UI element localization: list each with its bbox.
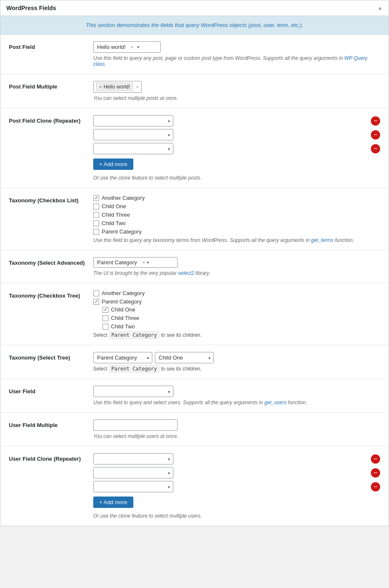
tree-cb-child-one[interactable] [103,307,108,313]
user-clone-row-2: ▾ − [93,467,380,478]
panel-collapse-arrow[interactable]: ▲ [378,5,383,11]
post-field-clear[interactable]: × [131,44,134,50]
clone-select-2[interactable] [93,129,173,140]
post-field-clone-content: ▾ − ▾ − [93,115,380,181]
taxonomy-select2-arrow: ▾ [147,260,149,265]
checkbox-child-one[interactable] [93,204,99,209]
clone-select-3[interactable] [93,143,173,154]
user-field-select[interactable] [93,386,173,397]
user-field-multiple-description: You can select multiple users at once. [93,433,380,439]
clone-row-2: ▾ − [93,129,380,140]
post-field-multiple-tag: × Hello world! [96,83,133,91]
wp-query-link[interactable]: WP Query class [93,55,367,67]
tree-cb-parent-category[interactable] [93,299,99,305]
post-field-select-wrap: Hello world! × ▾ [93,41,161,53]
clone-remove-btn-2[interactable]: − [371,130,380,140]
tree-children: Child One Child Three Child Two [103,306,380,330]
taxonomy-select2-field[interactable]: Parent Category × ▾ [93,257,178,268]
post-field-clone-label: Post Field Clone (Repeater) [9,115,93,124]
tree-child-row-2: Child Three [103,315,380,321]
clone-rows-wrapper: ▾ − ▾ − [93,115,380,157]
tree-select-row: Parent Category ▾ Child One ▾ [93,352,380,363]
list-item: Child Two [93,220,380,226]
taxonomy-checkbox-row: Taxonomy (Checkbox List) Another Categor… [0,188,389,250]
tree-note: Select Parent Category to see its childr… [93,332,380,338]
post-field-multiple-input[interactable]: × Hello world! × [93,81,142,93]
get-users-link[interactable]: get_users [265,400,287,405]
checkbox-another-category[interactable] [93,195,99,201]
tree-child-row-1: Child One [103,306,380,313]
tree-cb-child-three[interactable] [103,315,108,321]
checkbox-parent-category[interactable] [93,229,99,235]
clone-row-3: ▾ − [93,143,380,154]
taxonomy-checkbox-content: Another Category Child One Child Three C… [93,195,380,243]
user-clone-select-wrap-3: ▾ [93,481,173,492]
user-field-clone-row: User Field Clone (Repeater) ▾ − [0,446,389,526]
clone-remove-btn-1[interactable]: − [371,116,380,126]
user-field-select-wrap: ▾ [93,386,173,397]
user-clone-select-1[interactable] [93,453,173,464]
taxonomy-select-advanced-description: The UI is brought by the very popular se… [93,270,380,276]
taxonomy-select-advanced-label: Taxonomy (Select Advanced) [9,257,93,266]
info-banner: This section demonstrates the fields tha… [0,16,389,35]
user-field-content: ▾ Use this field to query and select use… [93,386,380,405]
user-clone-select-2[interactable] [93,467,173,478]
info-banner-text: This section demonstrates the fields tha… [86,22,303,28]
user-clone-select-3[interactable] [93,481,173,492]
user-field-multiple-row: User Field Multiple You can select multi… [0,413,389,446]
user-clone-remove-btn-1[interactable]: − [371,454,380,464]
user-clone-rows-wrapper: ▾ − ▾ − [93,453,380,495]
user-clone-select-wrap-1: ▾ [93,453,173,464]
taxonomy-select-tree-label: Taxonomy (Select Tree) [9,352,93,361]
user-field-clone-label: User Field Clone (Repeater) [9,453,93,462]
user-clone-select-wrap-2: ▾ [93,467,173,478]
post-field-arrow: ▾ [137,45,139,49]
taxonomy-select2-clear[interactable]: × [142,259,146,266]
clone-select-1[interactable] [93,115,173,126]
tree-item-another-category: Another Category [93,290,380,296]
user-clone-remove-btn-3[interactable]: − [371,482,380,491]
get-terms-link[interactable]: get_terms [311,237,333,243]
taxonomy-checkbox-tree-row: Taxonomy (Checkbox Tree) Another Categor… [0,283,389,345]
user-field-clone-description: Or use the clone feature to select multi… [93,513,380,519]
post-field-select[interactable]: Hello world! × ▾ [93,41,161,53]
tree-item-row: Parent Category [93,298,380,305]
tree-child-label: Child One [111,306,135,313]
user-field-row: User Field ▾ Use this field to query and… [0,379,389,413]
taxonomy-checkbox-tree-content: Another Category Parent Category Child O… [93,290,380,338]
post-field-content: Hello world! × ▾ Use this field to query… [93,41,380,67]
taxonomy-checkbox-list: Another Category Child One Child Three C… [93,195,380,235]
list-item: Child Three [93,212,380,218]
select2-link[interactable]: select2 [178,270,194,276]
checkbox-label: Another Category [102,195,145,201]
checkbox-child-three[interactable] [93,212,99,218]
tag-close-btn[interactable]: × [99,84,102,89]
tag-input-close[interactable]: × [136,84,138,89]
user-clone-row-1: ▾ − [93,453,380,464]
post-field-row: Post Field Hello world! × ▾ Use this fie… [0,35,389,74]
user-field-multiple-input[interactable] [93,419,178,431]
wordpress-fields-panel: WordPress Fields ▲ This section demonstr… [0,0,389,526]
post-field-multiple-label: Post Field Multiple [9,81,93,90]
clone-row-1: ▾ − [93,115,380,126]
tree-parent-select[interactable]: Parent Category [93,352,152,363]
tree-cb-child-two[interactable] [103,324,108,330]
tree-child-label: Child Three [111,315,139,321]
tree-label: Parent Category [102,298,142,305]
user-clone-add-more-btn[interactable]: + Add more [93,497,133,508]
checkbox-label: Child One [102,203,126,209]
checkbox-label: Child Three [102,212,130,218]
select-tree-note: Select Parent Category to see its childr… [93,366,380,372]
tree-child-select[interactable]: Child One [155,352,214,363]
post-clone-add-more-btn[interactable]: + Add more [93,158,133,170]
user-field-description: Use this field to query and select users… [93,400,380,405]
tree-item-row: Another Category [93,290,380,296]
taxonomy-select-tree-content: Parent Category ▾ Child One ▾ Select Par… [93,352,380,372]
clone-remove-btn-3[interactable]: − [371,144,380,153]
tree-child-row-3: Child Two [103,323,380,330]
list-item: Child One [93,203,380,209]
tree-cb-another-category[interactable] [93,290,99,296]
user-clone-remove-btn-2[interactable]: − [371,468,380,478]
checkbox-child-two[interactable] [93,220,99,226]
post-field-multiple-content: × Hello world! × You can select multiple… [93,81,380,101]
